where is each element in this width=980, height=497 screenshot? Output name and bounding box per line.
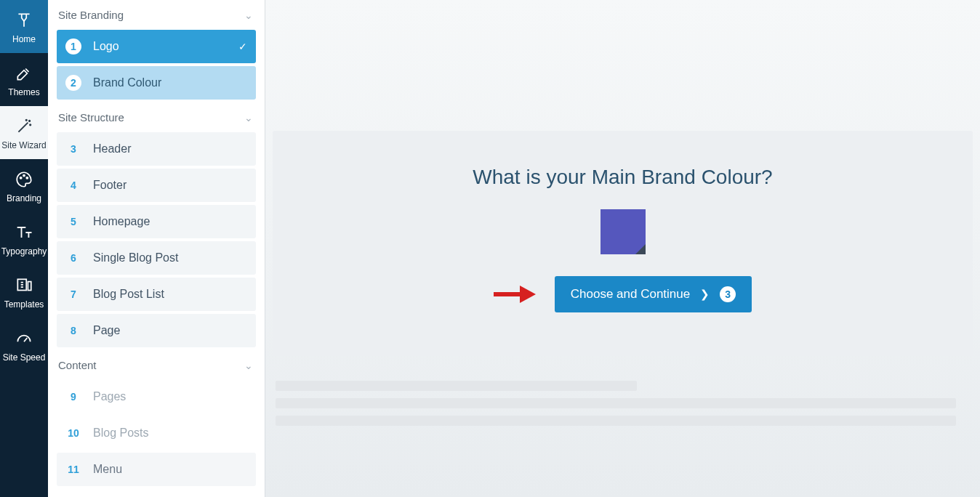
step-label: Menu — [93, 463, 247, 476]
step-number: 9 — [65, 389, 81, 405]
nav-label: Typography — [1, 246, 47, 256]
nav-rail: Home Themes Site Wizard Branding — [0, 0, 48, 497]
svg-rect-7 — [28, 282, 31, 291]
svg-marker-9 — [520, 286, 536, 303]
section-site-structure[interactable]: Site Structure ⌄ — [48, 102, 265, 132]
svg-point-3 — [20, 177, 22, 179]
page-title: What is your Main Brand Colour? — [273, 166, 973, 189]
section-content[interactable]: Content ⌄ — [48, 350, 265, 380]
step-number: 2 — [65, 75, 81, 91]
nav-label: Site Wizard — [1, 140, 46, 150]
nav-label: Branding — [7, 193, 41, 203]
section-title: Content — [58, 359, 97, 371]
templates-icon — [14, 275, 34, 296]
step-pages[interactable]: 9 Pages — [57, 380, 256, 413]
nav-site-wizard[interactable]: Site Wizard — [0, 106, 48, 159]
step-menu[interactable]: 11 Menu — [57, 453, 256, 486]
themes-icon — [14, 63, 34, 84]
nav-site-speed[interactable]: Site Speed — [0, 318, 48, 371]
step-page[interactable]: 8 Page — [57, 314, 256, 347]
step-number: 10 — [65, 425, 81, 441]
step-label: Header — [93, 142, 247, 155]
speed-icon — [14, 328, 34, 349]
section-site-branding[interactable]: Site Branding ⌄ — [48, 0, 265, 30]
svg-point-4 — [23, 175, 25, 177]
skeleton-placeholder — [276, 381, 970, 426]
step-number: 5 — [65, 214, 81, 230]
step-label: Brand Colour — [93, 76, 247, 89]
step-brand-colour[interactable]: 2 Brand Colour — [57, 66, 256, 100]
step-label: Pages — [93, 390, 247, 403]
nav-typography[interactable]: Typography — [0, 212, 48, 265]
typography-icon — [14, 222, 34, 243]
step-number: 6 — [65, 250, 81, 266]
step-footer[interactable]: 4 Footer — [57, 169, 256, 202]
chevron-down-icon: ⌄ — [244, 9, 253, 21]
chevron-right-icon: ❯ — [700, 288, 710, 301]
nav-templates[interactable]: Templates — [0, 265, 48, 318]
main-panel: What is your Main Brand Colour? Choose a… — [265, 0, 980, 497]
chevron-down-icon: ⌄ — [244, 112, 253, 124]
nav-branding[interactable]: Branding — [0, 159, 48, 212]
arrow-annotation-icon — [494, 286, 536, 303]
step-label: Single Blog Post — [93, 251, 247, 264]
step-number: 1 — [65, 39, 81, 54]
step-blog-posts[interactable]: 10 Blog Posts — [57, 416, 256, 450]
action-row: Choose and Continue ❯ 3 — [273, 276, 973, 312]
svg-rect-8 — [494, 292, 520, 296]
nav-themes[interactable]: Themes — [0, 53, 48, 106]
svg-point-0 — [29, 121, 30, 121]
wizard-sidebar: Site Branding ⌄ 1 Logo ✓ 2 Brand Colour … — [48, 0, 265, 497]
palette-icon — [14, 169, 34, 190]
brand-colour-card: What is your Main Brand Colour? Choose a… — [273, 131, 973, 356]
svg-point-1 — [30, 124, 31, 125]
check-icon: ✓ — [238, 41, 247, 52]
nav-label: Templates — [4, 299, 44, 310]
swatch-wrapper — [273, 209, 973, 254]
chevron-down-icon: ⌄ — [244, 360, 253, 371]
step-label: Footer — [93, 179, 247, 192]
choose-continue-button[interactable]: Choose and Continue ❯ 3 — [555, 276, 752, 312]
step-label: Logo — [93, 40, 227, 53]
step-label: Homepage — [93, 215, 247, 228]
step-label: Page — [93, 324, 247, 337]
step-number: 3 — [65, 141, 81, 157]
step-label: Blog Posts — [93, 427, 247, 440]
step-label: Blog Post List — [93, 288, 247, 301]
nav-label: Site Speed — [3, 352, 46, 363]
step-homepage[interactable]: 5 Homepage — [57, 205, 256, 238]
cta-label: Choose and Continue — [571, 287, 690, 302]
step-header[interactable]: 3 Header — [57, 132, 256, 166]
section-title: Site Branding — [58, 9, 124, 21]
nav-label: Home — [12, 34, 36, 44]
step-logo[interactable]: 1 Logo ✓ — [57, 30, 256, 63]
color-swatch[interactable] — [601, 209, 646, 254]
nav-label: Themes — [8, 87, 39, 97]
step-number: 11 — [65, 461, 81, 477]
step-number: 8 — [65, 323, 81, 339]
step-number: 7 — [65, 286, 81, 302]
step-single-blog-post[interactable]: 6 Single Blog Post — [57, 241, 256, 275]
cta-step-badge: 3 — [720, 286, 736, 302]
step-blog-post-list[interactable]: 7 Blog Post List — [57, 278, 256, 311]
home-icon — [14, 10, 34, 31]
svg-point-2 — [26, 120, 27, 121]
wand-icon — [14, 116, 34, 137]
svg-point-5 — [26, 177, 28, 179]
nav-home[interactable]: Home — [0, 0, 48, 53]
section-title: Site Structure — [58, 111, 124, 124]
step-number: 4 — [65, 177, 81, 193]
